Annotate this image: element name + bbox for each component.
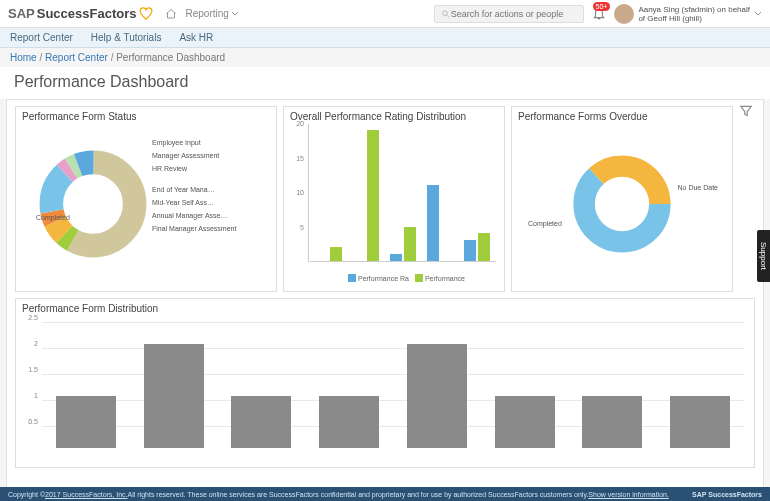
header-nav: Reporting bbox=[165, 8, 238, 20]
y-axis bbox=[308, 124, 309, 262]
leg-hr-review[interactable]: HR Review bbox=[152, 165, 236, 172]
nav-reporting[interactable]: Reporting bbox=[185, 8, 238, 19]
footer-show-version[interactable]: Show version information. bbox=[588, 491, 669, 498]
bar-group bbox=[42, 318, 744, 448]
panel-title: Performance Forms Overdue bbox=[518, 111, 726, 122]
footer-brand: SAP SuccessFactors bbox=[692, 491, 762, 498]
donut-svg bbox=[572, 154, 672, 254]
legend-right: Employee Input Manager Assessment HR Rev… bbox=[152, 139, 236, 238]
support-tab[interactable]: Support bbox=[757, 230, 770, 282]
global-header: SAP SuccessFactors Reporting 50+ Aanya S… bbox=[0, 0, 770, 28]
bar-chart-2[interactable]: 0.511.522.5 bbox=[22, 314, 748, 464]
avatar bbox=[614, 4, 634, 24]
page-title: Performance Dashboard bbox=[0, 67, 770, 99]
leg-eoy[interactable]: End of Year Mana… bbox=[152, 186, 236, 193]
panel-form-status: Performance Form Status Employee Input M… bbox=[15, 106, 277, 292]
notification-badge: 50+ bbox=[593, 2, 611, 11]
leg-ann[interactable]: Annual Manager Asse… bbox=[152, 212, 236, 219]
bc-report-center[interactable]: Report Center bbox=[45, 52, 108, 63]
donut-svg[interactable] bbox=[38, 149, 148, 259]
leg-series-2[interactable]: Performance bbox=[415, 274, 465, 282]
dashboard-body: Performance Form Status Employee Input M… bbox=[6, 99, 764, 491]
donut-chart-2[interactable]: No Due Date Completed bbox=[518, 124, 726, 284]
heart-icon bbox=[139, 7, 153, 21]
panel-form-distribution: Performance Form Distribution 0.511.522.… bbox=[15, 298, 755, 468]
home-icon[interactable] bbox=[165, 8, 177, 20]
leg-final[interactable]: Final Manager Assessment bbox=[152, 225, 236, 232]
panel-forms-overdue: Performance Forms Overdue No Due Date Co… bbox=[511, 106, 733, 292]
user-menu[interactable]: Aanya Sing (sfadmin) on behalf of Geoff … bbox=[614, 4, 762, 24]
user-line2: of Geoff Hill (ghill) bbox=[638, 14, 750, 23]
logo-sap: SAP bbox=[8, 6, 35, 21]
panel-rating-distribution: Overall Performance Rating Distribution … bbox=[283, 106, 505, 292]
bc-home[interactable]: Home bbox=[10, 52, 37, 63]
subnav-report-center[interactable]: Report Center bbox=[10, 32, 73, 43]
search-input[interactable] bbox=[451, 9, 578, 19]
nav-reporting-label: Reporting bbox=[185, 8, 228, 19]
bar-chart-1[interactable]: 5101520 Performance Ra Performance bbox=[290, 124, 498, 284]
chevron-down-icon bbox=[754, 11, 762, 17]
svg-line-1 bbox=[447, 15, 449, 17]
subnav-help[interactable]: Help & Tutorials bbox=[91, 32, 162, 43]
leg-series-1[interactable]: Performance Ra bbox=[348, 274, 409, 282]
legend-left: Completed bbox=[36, 214, 70, 221]
global-search[interactable] bbox=[434, 5, 584, 23]
bar-group bbox=[310, 124, 496, 262]
leg-mid[interactable]: Mid-Year Self Ass… bbox=[152, 199, 236, 206]
leg-mgr-assess[interactable]: Manager Assessment bbox=[152, 152, 236, 159]
panel-title: Overall Performance Rating Distribution bbox=[290, 111, 498, 122]
logo-sf: SuccessFactors bbox=[37, 6, 137, 21]
bar-legend: Performance Ra Performance bbox=[315, 274, 498, 282]
leg-completed[interactable]: Completed bbox=[528, 220, 562, 227]
leg-emp-input[interactable]: Employee Input bbox=[152, 139, 236, 146]
sub-nav: Report Center Help & Tutorials Ask HR bbox=[0, 28, 770, 48]
leg-no-due[interactable]: No Due Date bbox=[678, 184, 718, 191]
breadcrumb: Home / Report Center / Performance Dashb… bbox=[0, 48, 770, 67]
footer-copy-prefix: Copyright © bbox=[8, 491, 45, 498]
filter-icon[interactable] bbox=[739, 104, 753, 118]
subnav-ask-hr[interactable]: Ask HR bbox=[179, 32, 213, 43]
footer-copy-link[interactable]: 2017 SuccessFactors, Inc. bbox=[45, 491, 127, 498]
footer: Copyright © 2017 SuccessFactors, Inc. Al… bbox=[0, 487, 770, 501]
search-icon bbox=[441, 9, 450, 19]
donut-chart-1: Employee Input Manager Assessment HR Rev… bbox=[22, 124, 270, 284]
footer-copy-text: All rights reserved. These online servic… bbox=[128, 491, 589, 498]
panel-title: Performance Form Distribution bbox=[22, 303, 748, 314]
leg-completed[interactable]: Completed bbox=[36, 214, 70, 221]
chevron-down-icon bbox=[231, 11, 239, 17]
svg-point-0 bbox=[443, 10, 448, 15]
notifications-button[interactable]: 50+ bbox=[592, 6, 606, 22]
user-name: Aanya Sing (sfadmin) on behalf of Geoff … bbox=[638, 5, 750, 23]
user-line1: Aanya Sing (sfadmin) on behalf bbox=[638, 5, 750, 14]
panel-title: Performance Form Status bbox=[22, 111, 270, 122]
sap-sf-logo[interactable]: SAP SuccessFactors bbox=[8, 6, 153, 21]
bc-current: Performance Dashboard bbox=[116, 52, 225, 63]
panel-row-1: Performance Form Status Employee Input M… bbox=[15, 106, 755, 292]
